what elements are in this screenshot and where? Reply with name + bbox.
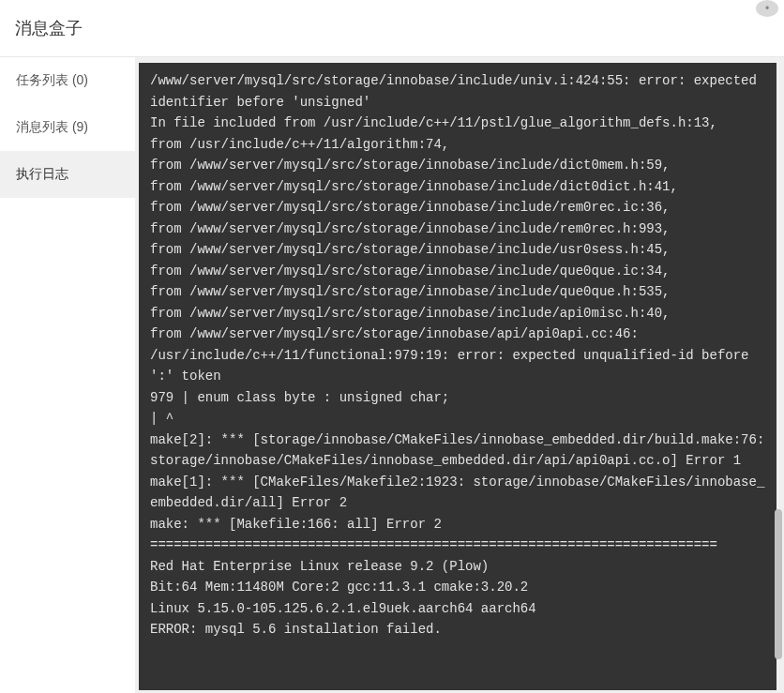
- header-title-text: 消息盒子: [15, 19, 83, 38]
- log-output[interactable]: /www/server/mysql/src/storage/innobase/i…: [139, 63, 776, 690]
- main-container: 任务列表 (0) 消息列表 (9) 执行日志 /www/server/mysql…: [0, 57, 784, 693]
- help-icon[interactable]: •: [756, 0, 778, 17]
- main-panel: /www/server/mysql/src/storage/innobase/i…: [135, 57, 784, 693]
- sidebar-item-task-list[interactable]: 任务列表 (0): [0, 57, 135, 104]
- page-title: 消息盒子: [0, 0, 784, 57]
- sidebar: 任务列表 (0) 消息列表 (9) 执行日志: [0, 57, 135, 693]
- sidebar-item-exec-log[interactable]: 执行日志: [0, 151, 135, 198]
- sidebar-item-label: 消息列表 (9): [16, 119, 88, 134]
- scrollbar-track: [775, 63, 782, 690]
- scrollbar-thumb[interactable]: [775, 509, 782, 659]
- sidebar-item-label: 任务列表 (0): [16, 72, 88, 87]
- sidebar-item-label: 执行日志: [16, 166, 68, 181]
- sidebar-item-message-list[interactable]: 消息列表 (9): [0, 104, 135, 151]
